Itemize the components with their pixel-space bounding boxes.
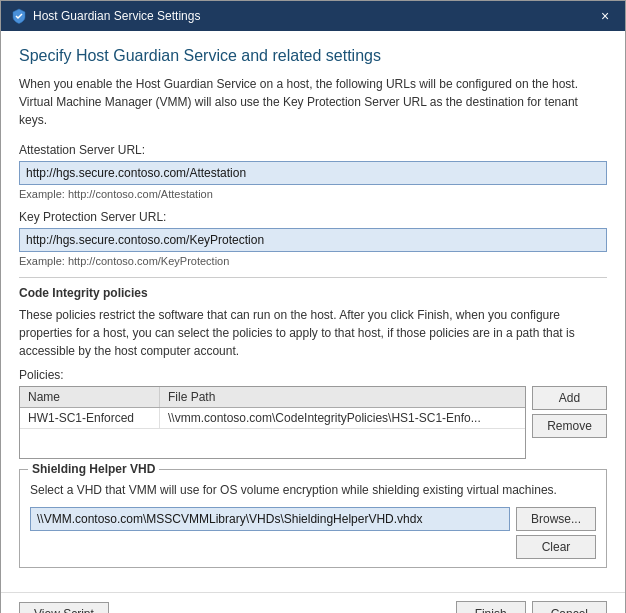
shielding-input-row: Browse... Clear	[30, 507, 596, 559]
dialog-window: Host Guardian Service Settings × Specify…	[0, 0, 626, 613]
attestation-example: Example: http://contoso.com/Attestation	[19, 188, 607, 200]
page-title: Specify Host Guardian Service and relate…	[19, 47, 607, 65]
policies-table-area: Name File Path HW1-SC1-Enforced \\vmm.co…	[19, 386, 607, 459]
table-row[interactable]: HW1-SC1-Enforced \\vmm.contoso.com\CodeI…	[20, 408, 525, 429]
attestation-label: Attestation Server URL:	[19, 143, 607, 157]
close-button[interactable]: ×	[595, 6, 615, 26]
shielding-section: Shielding Helper VHD Select a VHD that V…	[19, 469, 607, 568]
key-protection-label: Key Protection Server URL:	[19, 210, 607, 224]
finish-button[interactable]: Finish	[456, 601, 526, 613]
table-header: Name File Path	[20, 387, 525, 408]
shielding-vhd-input[interactable]	[30, 507, 510, 531]
policies-table: Name File Path HW1-SC1-Enforced \\vmm.co…	[19, 386, 526, 459]
remove-button[interactable]: Remove	[532, 414, 607, 438]
table-buttons: Add Remove	[532, 386, 607, 459]
key-protection-input[interactable]	[19, 228, 607, 252]
shielding-desc: Select a VHD that VMM will use for OS vo…	[30, 482, 596, 499]
footer-right: Finish Cancel	[456, 601, 607, 613]
key-protection-example: Example: http://contoso.com/KeyProtectio…	[19, 255, 607, 267]
shielding-legend: Shielding Helper VHD	[28, 462, 159, 476]
title-bar-text: Host Guardian Service Settings	[33, 9, 595, 23]
table-body: HW1-SC1-Enforced \\vmm.contoso.com\CodeI…	[20, 408, 525, 458]
attestation-input[interactable]	[19, 161, 607, 185]
clear-button[interactable]: Clear	[516, 535, 596, 559]
cancel-button[interactable]: Cancel	[532, 601, 607, 613]
code-integrity-desc: These policies restrict the software tha…	[19, 306, 607, 360]
dialog-footer: View Script Finish Cancel	[1, 592, 625, 613]
shielding-buttons: Browse... Clear	[516, 507, 596, 559]
policies-label: Policies:	[19, 368, 607, 382]
description-text: When you enable the Host Guardian Servic…	[19, 75, 607, 129]
main-content: Specify Host Guardian Service and relate…	[1, 31, 625, 592]
title-bar: Host Guardian Service Settings ×	[1, 1, 625, 31]
table-header-filepath: File Path	[160, 387, 525, 407]
add-button[interactable]: Add	[532, 386, 607, 410]
table-cell-name: HW1-SC1-Enforced	[20, 408, 160, 428]
table-cell-filepath: \\vmm.contoso.com\CodeIntegrityPolicies\…	[160, 408, 525, 428]
view-script-button[interactable]: View Script	[19, 602, 109, 613]
code-integrity-title: Code Integrity policies	[19, 286, 607, 300]
browse-button[interactable]: Browse...	[516, 507, 596, 531]
title-bar-icon	[11, 8, 27, 24]
table-header-name: Name	[20, 387, 160, 407]
